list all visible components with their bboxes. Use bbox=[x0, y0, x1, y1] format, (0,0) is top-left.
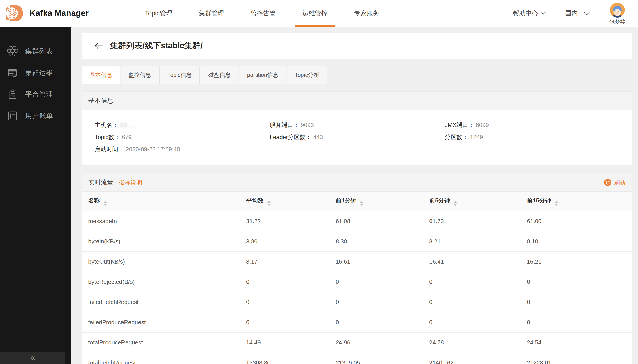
nav-tab-3[interactable]: 运维管控 bbox=[302, 0, 328, 26]
metric-value-cell: 8.30 bbox=[336, 231, 429, 252]
metric-value-cell: 0 bbox=[429, 272, 527, 292]
column-header-label: 前1分钟 bbox=[336, 197, 356, 204]
nav-tab-1[interactable]: 集群管理 bbox=[199, 0, 224, 26]
metric-value-cell: 16.21 bbox=[527, 252, 632, 272]
metric-value-cell: 24.54 bbox=[527, 332, 632, 352]
main-nav: Topic管理集群管理监控告警运维管控专家服务 bbox=[145, 0, 379, 26]
table-row: totalFetchRequest13308.8021399.0521401.6… bbox=[82, 352, 632, 364]
sidebar: 集群列表$集群运维平台管理用户账单 « bbox=[0, 26, 71, 364]
sort-up-icon bbox=[103, 201, 107, 203]
metric-name-cell: failedFetchRequest bbox=[82, 292, 246, 312]
traffic-card-header: 实时流量 指标说明 刷新 bbox=[82, 174, 632, 192]
table-row: totalProduceRequest14.4924.9624.7824.54 bbox=[82, 332, 632, 352]
sort-up-icon bbox=[360, 201, 363, 203]
field-value: 10.... bbox=[120, 122, 136, 128]
info-field: 分区数：1249 bbox=[445, 131, 632, 143]
column-header-1[interactable]: 平均数 bbox=[246, 192, 336, 211]
column-header-label: 平均数 bbox=[246, 197, 264, 204]
tab-label: 磁盘信息 bbox=[208, 71, 231, 79]
metric-value-cell: 61.73 bbox=[429, 211, 527, 231]
metric-value-cell: 0 bbox=[246, 292, 336, 312]
field-value: 9093 bbox=[301, 122, 314, 128]
nav-tab-label: 运维管控 bbox=[302, 9, 328, 18]
basic-info-card-header: 基本信息 bbox=[82, 92, 632, 110]
chevron-down-icon bbox=[584, 12, 590, 15]
tab-5[interactable]: Topic分析 bbox=[287, 66, 327, 84]
metric-value-cell: 24.78 bbox=[429, 332, 527, 352]
sort-down-icon bbox=[267, 204, 271, 206]
list-icon bbox=[7, 110, 18, 121]
tab-label: Topic分析 bbox=[295, 71, 319, 79]
detail-tabs: 基本信息监控信息Topic信息磁盘信息partition信息Topic分析 bbox=[82, 66, 632, 84]
field-label: JMX端口： bbox=[445, 121, 474, 129]
nav-tab-label: 监控告警 bbox=[251, 9, 276, 18]
metrics-help-link[interactable]: 指标说明 bbox=[119, 179, 142, 186]
metric-value-cell: 21401.62 bbox=[429, 352, 527, 364]
metric-name-cell: byteOut(KB/s) bbox=[82, 252, 246, 272]
sidebar-item-user-billing[interactable]: 用户账单 bbox=[0, 105, 71, 127]
field-label: Topic数： bbox=[95, 133, 120, 141]
metric-value-cell: 16.61 bbox=[336, 252, 429, 272]
sort-up-icon bbox=[454, 201, 457, 203]
tab-label: Topic信息 bbox=[167, 71, 192, 79]
metric-value-cell: 16.41 bbox=[429, 252, 527, 272]
metric-value-cell: 0 bbox=[336, 312, 429, 332]
info-field: 主机名：10.... bbox=[95, 119, 270, 131]
metric-name-cell: byteIn(KB/s) bbox=[82, 231, 246, 252]
user-menu[interactable]: 包梦婷 bbox=[609, 3, 625, 26]
sidebar-item-label: 用户账单 bbox=[25, 112, 53, 121]
nav-tab-0[interactable]: Topic管理 bbox=[145, 0, 172, 26]
tab-label: 基本信息 bbox=[90, 71, 112, 79]
column-header-3[interactable]: 前5分钟 bbox=[429, 192, 527, 211]
nav-tab-label: Topic管理 bbox=[145, 9, 172, 18]
sort-icon bbox=[555, 201, 558, 206]
field-label: 服务端口： bbox=[270, 121, 299, 129]
tab-3[interactable]: 磁盘信息 bbox=[200, 66, 239, 84]
field-value: 679 bbox=[122, 134, 132, 141]
info-field: 启动时间：2020-09-23 17:09:40 bbox=[95, 143, 270, 155]
metrics-table: 名称平均数前1分钟前5分钟前15分钟 messageIn31.2261.0861… bbox=[82, 192, 632, 364]
metric-value-cell: 0 bbox=[246, 272, 336, 292]
metric-value-cell: 24.96 bbox=[336, 332, 429, 352]
sidebar-item-platform-admin[interactable]: 平台管理 bbox=[0, 84, 71, 105]
sort-up-icon bbox=[267, 201, 271, 203]
region-menu[interactable]: 国内 bbox=[565, 9, 590, 18]
table-row: messageIn31.2261.0861.7361.00 bbox=[82, 211, 632, 231]
tab-1[interactable]: 监控信息 bbox=[121, 66, 159, 84]
svg-text:$: $ bbox=[14, 73, 16, 76]
refresh-button[interactable]: 刷新 bbox=[604, 179, 626, 186]
sidebar-item-cluster-list[interactable]: 集群列表 bbox=[0, 40, 71, 62]
sort-icon bbox=[103, 201, 107, 206]
column-header-4[interactable]: 前15分钟 bbox=[527, 192, 632, 211]
metric-value-cell: 21399.05 bbox=[336, 352, 429, 364]
basic-info-title: 基本信息 bbox=[88, 96, 113, 105]
table-row: byteOut(KB/s)8.1716.6116.4116.21 bbox=[82, 252, 632, 272]
column-header-0[interactable]: 名称 bbox=[82, 192, 246, 211]
metric-value-cell: 0 bbox=[527, 312, 632, 332]
metric-value-cell: 31.22 bbox=[246, 211, 336, 231]
metric-value-cell: 0 bbox=[336, 272, 429, 292]
nav-tab-2[interactable]: 监控告警 bbox=[251, 0, 276, 26]
column-header-label: 名称 bbox=[88, 197, 100, 204]
sidebar-item-cluster-ops[interactable]: $集群运维 bbox=[0, 62, 71, 84]
info-field: Topic数：679 bbox=[95, 131, 270, 143]
metric-value-cell: 0 bbox=[429, 292, 527, 312]
tab-4[interactable]: partition信息 bbox=[239, 66, 286, 84]
avatar bbox=[610, 3, 625, 18]
help-center-menu[interactable]: 帮助中心 bbox=[513, 9, 546, 18]
back-button[interactable] bbox=[94, 42, 103, 49]
sort-icon bbox=[454, 201, 457, 206]
brand-title: Kafka Manager bbox=[30, 8, 89, 18]
tab-2[interactable]: Topic信息 bbox=[159, 66, 199, 84]
sidebar-item-label: 平台管理 bbox=[25, 90, 53, 99]
collapse-sidebar-button[interactable]: « bbox=[0, 352, 65, 364]
billing-table-icon: $ bbox=[7, 68, 18, 78]
nav-tab-4[interactable]: 专家服务 bbox=[354, 0, 379, 26]
sort-icon bbox=[267, 201, 271, 206]
metric-value-cell: 0 bbox=[336, 292, 429, 312]
tab-0[interactable]: 基本信息 bbox=[82, 66, 120, 84]
metrics-table-body: messageIn31.2261.0861.7361.00byteIn(KB/s… bbox=[82, 211, 632, 364]
metric-value-cell: 0 bbox=[429, 312, 527, 332]
metric-value-cell: 0 bbox=[527, 292, 632, 312]
column-header-2[interactable]: 前1分钟 bbox=[336, 192, 429, 211]
